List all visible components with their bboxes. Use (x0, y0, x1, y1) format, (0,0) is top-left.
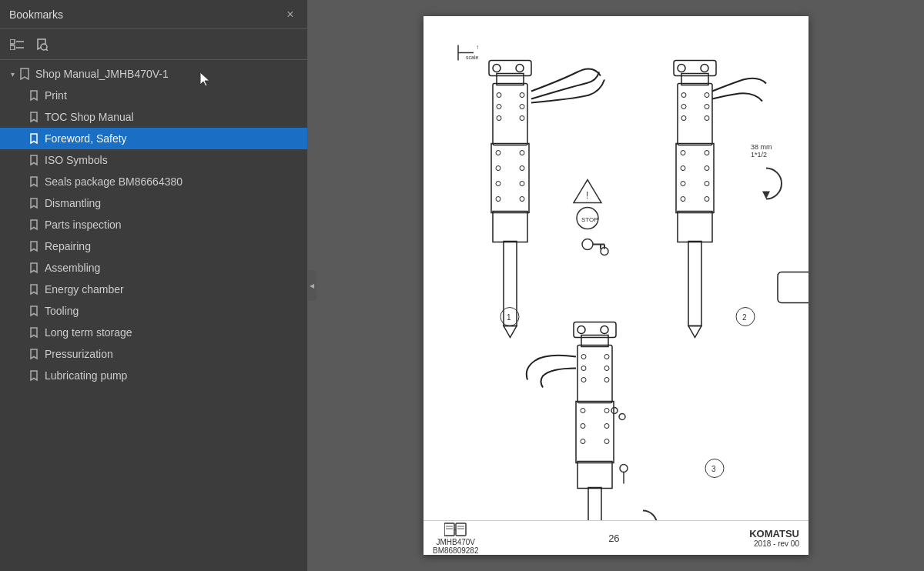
svg-rect-61 (688, 242, 701, 326)
svg-point-24 (496, 166, 500, 171)
bookmark-icon-root (18, 68, 31, 80)
bookmark-icon-tooling (28, 305, 40, 317)
svg-point-82 (581, 409, 585, 413)
sidebar-header: Bookmarks × (0, 0, 307, 29)
bookmark-icon-iso (28, 154, 40, 166)
bookmark-label-repairing: Repairing (45, 240, 301, 252)
bookmark-icon-assembling (28, 262, 40, 274)
footer-model-info: JMHB470V BM86809282 (433, 521, 479, 555)
bookmark-item-assembling[interactable]: Assembling (0, 257, 307, 279)
bookmark-item-tooling[interactable]: Tooling (0, 300, 307, 322)
bookmark-search-button[interactable] (31, 34, 52, 55)
svg-point-75 (581, 355, 586, 359)
svg-rect-51 (676, 144, 714, 213)
bookmark-item-repairing[interactable]: Repairing (0, 235, 307, 257)
svg-point-90 (620, 465, 628, 472)
svg-text:2: 2 (742, 313, 747, 322)
close-button[interactable]: × (283, 7, 298, 22)
svg-point-59 (705, 197, 709, 202)
svg-text:38 mm: 38 mm (751, 143, 772, 151)
svg-line-5 (46, 49, 48, 51)
bookmark-icon-print (28, 89, 40, 102)
book-icon (444, 521, 467, 538)
svg-point-46 (705, 93, 709, 98)
svg-rect-88 (578, 462, 612, 489)
bookmark-item-print[interactable]: Print (0, 85, 307, 106)
svg-marker-64 (762, 192, 770, 199)
svg-point-83 (604, 409, 609, 413)
svg-point-85 (604, 424, 609, 429)
bookmark-icon-dismantling (28, 197, 40, 209)
svg-point-4 (41, 44, 47, 50)
svg-point-42 (701, 65, 708, 72)
svg-text:1: 1 (507, 313, 511, 322)
bookmark-label-pressurization: Pressurization (45, 348, 301, 360)
bookmark-item-dismantling[interactable]: Dismantling (0, 192, 307, 214)
collapse-panel-button[interactable] (307, 270, 316, 301)
svg-point-76 (604, 355, 609, 359)
bookmark-item-parts[interactable]: Parts inspection (0, 214, 307, 235)
main-content: ↑ scale (308, 0, 924, 571)
bookmark-item-iso[interactable]: ISO Symbols (0, 149, 307, 171)
svg-point-53 (705, 151, 709, 155)
bookmark-icon-foreword (28, 132, 40, 145)
expand-arrow-root: ▾ (6, 68, 18, 80)
svg-point-22 (496, 151, 500, 155)
svg-point-80 (604, 378, 609, 382)
bookmark-label-dismantling: Dismantling (45, 197, 301, 209)
bookmark-label-root: Shop Manual_JMHB470V-1 (35, 68, 301, 80)
svg-point-79 (581, 378, 586, 382)
technical-drawing: ↑ scale (424, 16, 808, 555)
footer-year: 2018 - rev 00 (749, 539, 799, 548)
bookmark-icon-pressurization (28, 348, 40, 360)
svg-text:1*1/2: 1*1/2 (751, 151, 767, 159)
bookmark-item-lubricating[interactable]: Lubricating pump (0, 365, 307, 386)
bookmark-item-toc[interactable]: TOC Shop Manual (0, 106, 307, 128)
svg-point-27 (520, 182, 524, 186)
svg-point-25 (520, 166, 524, 171)
svg-point-41 (678, 65, 685, 72)
bookmark-item-longterm[interactable]: Long term storage (0, 322, 307, 343)
footer-part-number: BM86809282 (433, 546, 479, 555)
svg-rect-65 (778, 272, 808, 303)
svg-point-52 (681, 151, 685, 155)
svg-text:!: ! (586, 190, 588, 201)
bookmark-icon-repairing (28, 240, 40, 252)
bookmark-item-seals[interactable]: Seals package BM86664380 (0, 171, 307, 192)
bookmark-label-iso: ISO Symbols (45, 154, 301, 166)
svg-point-57 (705, 182, 709, 186)
svg-rect-60 (678, 212, 712, 242)
bookmark-item-root[interactable]: ▾ Shop Manual_JMHB470V-1 (0, 63, 307, 85)
svg-point-48 (705, 105, 709, 109)
footer-brand-info: KOMATSU 2018 - rev 00 (749, 528, 799, 548)
bookmark-item-pressurization[interactable]: Pressurization (0, 343, 307, 365)
svg-point-28 (496, 197, 500, 202)
footer-page-number: 26 (479, 533, 750, 544)
sidebar: Bookmarks × ▾ (0, 0, 308, 571)
svg-point-17 (497, 105, 501, 109)
footer-model-number: JMHB470V (436, 538, 475, 546)
svg-point-26 (496, 182, 500, 186)
bookmark-icon-seals (28, 175, 40, 188)
svg-point-56 (681, 182, 685, 186)
svg-point-84 (581, 424, 585, 429)
page-view: ↑ scale (424, 16, 808, 555)
svg-point-71 (578, 326, 585, 334)
svg-point-45 (681, 93, 686, 98)
sidebar-title: Bookmarks (9, 8, 63, 21)
footer-brand: KOMATSU (749, 528, 799, 539)
svg-point-87 (604, 439, 609, 444)
svg-rect-1 (10, 45, 15, 50)
bookmark-label-print: Print (45, 89, 301, 102)
svg-text:↑: ↑ (476, 44, 479, 51)
bookmark-item-energy[interactable]: Energy chamber (0, 279, 307, 300)
svg-point-11 (493, 65, 500, 72)
svg-point-19 (497, 116, 501, 121)
svg-rect-74 (578, 346, 612, 403)
expand-all-button[interactable] (6, 34, 28, 55)
bookmark-item-foreword[interactable]: Foreword, Safety (0, 128, 307, 149)
bookmark-icon-toc (28, 111, 40, 123)
svg-rect-0 (10, 39, 15, 44)
bookmark-label-parts: Parts inspection (45, 219, 301, 231)
svg-point-35 (582, 239, 593, 250)
